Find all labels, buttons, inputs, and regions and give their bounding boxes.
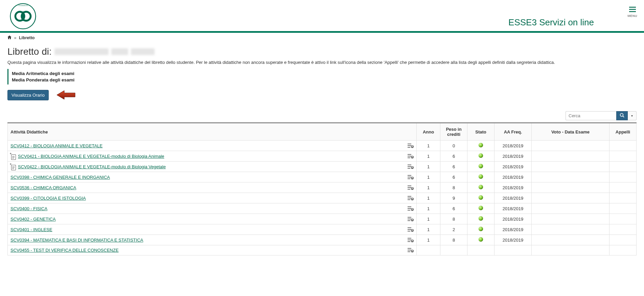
svg-rect-41: [408, 227, 411, 228]
table-row: SCV0394 - MATEMATICA E BASI DI INFORMATI…: [8, 235, 637, 245]
cell-peso: 8: [440, 214, 467, 224]
cell-appelli: [610, 235, 637, 245]
status-dot-green-icon: [479, 143, 483, 147]
cell-voto: [532, 214, 610, 224]
svg-rect-5: [629, 9, 636, 10]
cell-stato: [467, 245, 495, 255]
cell-attivita: SCV0421 - BIOLOGIA ANIMALE E VEGETALE-mo…: [8, 151, 417, 162]
cell-voto: [532, 203, 610, 214]
th-stato: Stato: [467, 123, 495, 141]
table-row: SCV0422 - BIOLOGIA ANIMALE E VEGETALE-mo…: [8, 162, 637, 172]
menu-button[interactable]: MENU: [628, 6, 638, 18]
th-anno: Anno: [417, 123, 440, 141]
row-detail-icon[interactable]: [408, 238, 414, 242]
course-link[interactable]: SCV0401 - INGLESE: [10, 227, 52, 232]
cell-appelli: [610, 141, 637, 151]
course-link[interactable]: SCV0398 - CHIMICA GENERALE E INORGANICA: [10, 175, 110, 180]
svg-rect-46: [408, 240, 411, 240]
status-dot-green-icon: [479, 206, 483, 210]
svg-rect-29: [408, 196, 411, 197]
svg-rect-35: [408, 210, 410, 211]
home-icon[interactable]: [7, 35, 13, 40]
course-link[interactable]: SCV0455 - TEST DI VERIFICA DELLE CONOSCE…: [10, 248, 119, 253]
course-link[interactable]: SCV0422 - BIOLOGIA ANIMALE E VEGETALE-mo…: [18, 164, 166, 169]
cell-peso: 6: [440, 172, 467, 182]
cell-attivita: SCV0394 - MATEMATICA E BASI DI INFORMATI…: [8, 235, 417, 245]
visualizza-orario-button[interactable]: Visualizza Orario: [7, 90, 49, 100]
libretto-table: Attività Didattiche Anno Peso in crediti…: [7, 122, 637, 255]
cell-appelli: [610, 203, 637, 214]
cell-attivita: SCV0398 - CHIMICA GENERALE E INORGANICA: [8, 172, 417, 182]
media-weighted: Media Ponderata degli esami: [12, 77, 637, 83]
table-row: SCV0401 - INGLESE 122018/2019: [8, 224, 637, 235]
cell-stato: [467, 162, 495, 172]
breadcrumb: » Libretto: [0, 33, 644, 43]
svg-rect-43: [408, 231, 410, 231]
svg-rect-39: [408, 220, 410, 221]
course-link[interactable]: SCV0399 - CITOLOGIA E ISTOLOGIA: [10, 196, 86, 201]
cell-peso: 8: [440, 182, 467, 193]
svg-rect-6: [629, 11, 636, 12]
search-button[interactable]: [616, 111, 628, 120]
table-row: SCV0399 - CITOLOGIA E ISTOLOGIA 192018/2…: [8, 193, 637, 203]
svg-rect-34: [408, 208, 411, 209]
course-link[interactable]: SCV0400 - FISICA: [10, 206, 47, 211]
status-dot-green-icon: [479, 195, 483, 200]
cell-peso: 0: [440, 141, 467, 151]
cell-attivita: SCV0401 - INGLESE: [8, 224, 417, 235]
row-detail-icon[interactable]: [408, 227, 414, 232]
page-title-prefix: Libretto di:: [7, 46, 52, 57]
cell-stato: [467, 193, 495, 203]
cell-aa-freq: 2018/2019: [495, 182, 532, 193]
row-detail-icon[interactable]: [408, 196, 414, 200]
cell-stato: [467, 203, 495, 214]
course-link[interactable]: SCV0412 - BIOLOGIA ANIMALE E VEGETALE: [10, 143, 102, 148]
cell-aa-freq: 2018/2019: [495, 172, 532, 182]
status-dot-green-icon: [479, 237, 483, 242]
table-row: SCV0536 - CHIMICA ORGANICA 182018/2019: [8, 182, 637, 193]
cell-anno: 1: [417, 151, 440, 162]
row-detail-icon[interactable]: [408, 143, 414, 148]
cell-anno: 1: [417, 141, 440, 151]
cell-attivita: SCV0399 - CITOLOGIA E ISTOLOGIA: [8, 193, 417, 203]
cell-attivita: SCV0400 - FISICA: [8, 203, 417, 214]
svg-rect-31: [408, 199, 410, 200]
cell-attivita: SCV0536 - CHIMICA ORGANICA: [8, 182, 417, 193]
cell-voto: [532, 172, 610, 182]
cell-stato: [467, 151, 495, 162]
cell-aa-freq: 2018/2019: [495, 141, 532, 151]
annotation-arrow-icon: [56, 90, 76, 101]
svg-rect-23: [408, 178, 410, 179]
cell-anno: [417, 245, 440, 255]
row-detail-icon[interactable]: [408, 164, 414, 169]
svg-rect-38: [408, 219, 411, 219]
table-row: SCV0400 - FISICA 162018/2019: [8, 203, 637, 214]
row-detail-icon[interactable]: [408, 217, 414, 221]
cell-appelli: [610, 224, 637, 235]
course-link[interactable]: SCV0402 - GENETICA: [10, 217, 56, 222]
row-detail-icon[interactable]: [408, 154, 414, 158]
course-link[interactable]: SCV0536 - CHIMICA ORGANICA: [10, 185, 76, 190]
media-arithmetic: Media Aritmetica degli esami: [12, 70, 637, 77]
cell-anno: 1: [417, 203, 440, 214]
svg-rect-27: [408, 189, 410, 190]
course-link[interactable]: SCV0394 - MATEMATICA E BASI DI INFORMATI…: [10, 238, 143, 243]
search-dropdown-button[interactable]: ▾: [628, 111, 637, 120]
svg-rect-17: [408, 165, 411, 165]
row-detail-icon[interactable]: [408, 185, 414, 190]
cell-appelli: [610, 151, 637, 162]
page-description: Questa pagina visualizza le informazioni…: [7, 60, 637, 65]
svg-rect-15: [408, 157, 410, 158]
breadcrumb-sep: »: [14, 35, 16, 40]
row-detail-icon[interactable]: [408, 206, 414, 211]
row-detail-icon[interactable]: [408, 175, 414, 179]
cell-voto: [532, 224, 610, 235]
cell-attivita: SCV0412 - BIOLOGIA ANIMALE E VEGETALE: [8, 141, 417, 151]
student-name-redacted: [111, 48, 128, 55]
svg-line-8: [623, 116, 624, 117]
row-detail-icon[interactable]: [408, 248, 414, 252]
search-input[interactable]: [566, 111, 616, 120]
cell-voto: [532, 162, 610, 172]
course-link[interactable]: SCV0421 - BIOLOGIA ANIMALE E VEGETALE-mo…: [18, 154, 164, 159]
cell-anno: 1: [417, 224, 440, 235]
